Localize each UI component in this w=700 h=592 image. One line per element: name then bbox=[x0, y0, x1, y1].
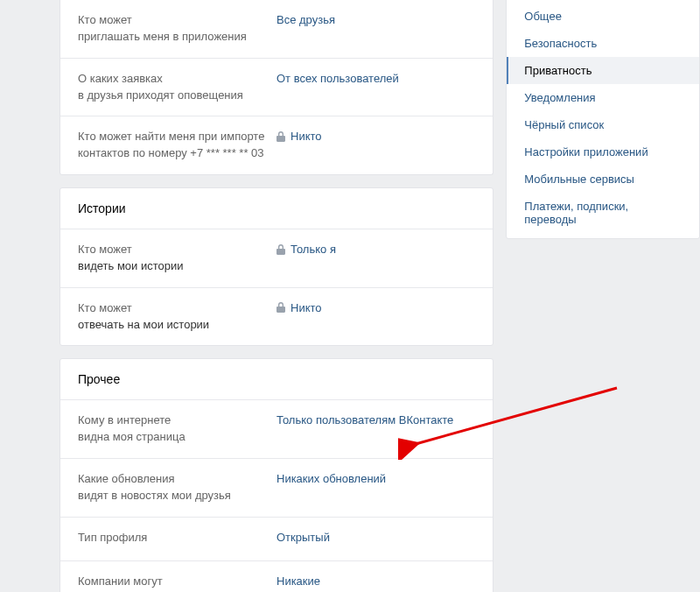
setting-row[interactable]: Кто может приглашать меня в приложения В… bbox=[60, 0, 493, 59]
setting-value[interactable]: Только пользователям ВКонтакте bbox=[276, 412, 475, 426]
lock-icon bbox=[276, 244, 285, 255]
setting-row[interactable]: Кто может видеть мои истории Только я bbox=[60, 229, 493, 288]
sidebar-item-blacklist[interactable]: Чёрный список bbox=[507, 111, 699, 138]
sidebar-item-label: Приватность bbox=[524, 64, 592, 77]
privacy-section-apps: Кто может приглашать меня в приложения В… bbox=[60, 0, 494, 175]
lock-icon bbox=[276, 131, 285, 142]
setting-row[interactable]: Кто может найти меня при импорте контакт… bbox=[60, 116, 493, 174]
setting-label: Кто может найти меня при импорте контакт… bbox=[78, 129, 276, 162]
settings-sidebar: Общее Безопасность Приватность Уведомлен… bbox=[506, 0, 700, 239]
sidebar-item-label: Мобильные сервисы bbox=[524, 173, 634, 186]
setting-row[interactable]: Кому в интернете видна моя страница Толь… bbox=[60, 400, 493, 459]
setting-value[interactable]: Никто bbox=[276, 129, 475, 143]
setting-value[interactable]: Только я bbox=[276, 242, 475, 256]
sidebar-item-notifications[interactable]: Уведомления bbox=[507, 84, 699, 111]
setting-value[interactable]: Никто bbox=[276, 300, 475, 314]
setting-value[interactable]: Открытый bbox=[276, 530, 475, 544]
sidebar-item-label: Настройки приложений bbox=[524, 145, 648, 159]
setting-label: Тип профиля bbox=[78, 530, 276, 546]
sidebar-item-label: Чёрный список bbox=[524, 118, 604, 131]
setting-value[interactable]: От всех пользователей bbox=[276, 71, 475, 85]
section-title: Прочее bbox=[60, 359, 493, 400]
setting-label: Какие обновления видят в новостях мои др… bbox=[78, 471, 276, 504]
setting-label: Кто может видеть мои истории bbox=[78, 242, 276, 275]
privacy-section-other: Прочее Кому в интернете видна моя страни… bbox=[60, 358, 494, 592]
setting-row[interactable]: Компании могут посылать мне сообщения по… bbox=[60, 561, 493, 592]
sidebar-item-payments[interactable]: Платежи, подписки, переводы bbox=[507, 193, 699, 233]
sidebar-item-label: Общее bbox=[524, 10, 562, 23]
section-title: Истории bbox=[60, 188, 493, 229]
sidebar-item-security[interactable]: Безопасность bbox=[507, 30, 699, 57]
setting-label: Компании могут посылать мне сообщения по… bbox=[78, 574, 276, 592]
setting-label: Кому в интернете видна моя страница bbox=[78, 412, 276, 446]
setting-row[interactable]: О каких заявках в друзья приходят оповещ… bbox=[60, 59, 493, 117]
setting-row[interactable]: Какие обновления видят в новостях мои др… bbox=[60, 459, 493, 518]
sidebar-item-privacy[interactable]: Приватность bbox=[507, 57, 699, 84]
sidebar-item-label: Платежи, подписки, переводы bbox=[524, 200, 628, 226]
setting-value[interactable]: Никакие bbox=[276, 574, 475, 588]
sidebar-item-mobile[interactable]: Мобильные сервисы bbox=[507, 166, 699, 193]
sidebar-item-label: Уведомления bbox=[524, 91, 595, 104]
setting-label: Кто может приглашать меня в приложения bbox=[78, 12, 276, 46]
setting-value[interactable]: Все друзья bbox=[276, 12, 475, 26]
sidebar-item-label: Безопасность bbox=[524, 37, 597, 50]
setting-label: Кто может отвечать на мои истории bbox=[78, 300, 276, 334]
setting-value[interactable]: Никаких обновлений bbox=[276, 471, 475, 485]
setting-row[interactable]: Тип профиля Открытый bbox=[60, 518, 493, 561]
sidebar-item-apps[interactable]: Настройки приложений bbox=[507, 138, 699, 166]
privacy-section-stories: Истории Кто может видеть мои истории Тол… bbox=[60, 187, 494, 346]
setting-label: О каких заявках в друзья приходят оповещ… bbox=[78, 71, 276, 104]
setting-row[interactable]: Кто может отвечать на мои истории Никто bbox=[60, 288, 493, 346]
sidebar-item-general[interactable]: Общее bbox=[507, 3, 699, 30]
lock-icon bbox=[276, 302, 285, 313]
